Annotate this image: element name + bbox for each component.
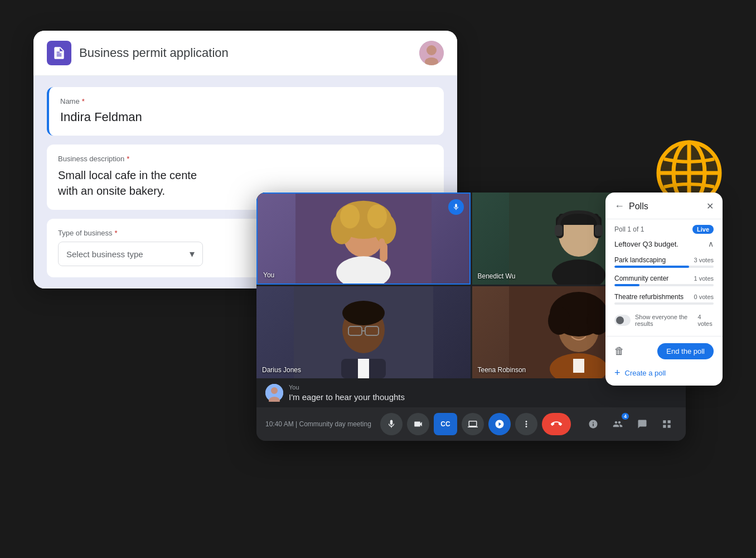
show-results-label: Show everyone the results <box>635 314 693 327</box>
poll-question: Leftover Q3 budget. ∧ <box>605 237 723 254</box>
poll-bar-track-3 <box>614 302 714 305</box>
form-avatar <box>419 41 444 65</box>
chat-avatar <box>265 384 283 402</box>
meeting-time-info: 10:40 AM | Community day meeting <box>265 420 371 428</box>
poll-bar-fill-2 <box>614 284 639 286</box>
name-field[interactable]: Name * Indira Feldman <box>47 87 444 136</box>
select-placeholder: Select business type <box>66 249 143 259</box>
show-results-votes: 4 votes <box>697 314 714 327</box>
polls-panel: ← Polls ✕ Poll 1 of 1 Live Leftover Q3 b… <box>605 193 723 386</box>
video-name-benedict: Benedict Wu <box>478 272 516 280</box>
activities-button[interactable] <box>488 413 511 435</box>
end-poll-button[interactable]: End the poll <box>657 343 714 359</box>
delete-poll-icon[interactable]: 🗑 <box>614 345 624 357</box>
svg-point-43 <box>271 387 278 394</box>
video-tile-you: You <box>256 193 471 285</box>
svg-rect-34 <box>358 359 369 378</box>
poll-option-votes-1: 3 votes <box>694 257 714 263</box>
svg-point-29 <box>342 301 385 325</box>
poll-option-votes-3: 0 votes <box>694 294 714 300</box>
poll-counter: Poll 1 of 1 <box>614 225 644 233</box>
poll-bar-track-2 <box>614 284 714 286</box>
svg-point-6 <box>427 45 437 55</box>
polls-divider <box>605 336 723 336</box>
svg-rect-24 <box>555 225 563 236</box>
toggle-knob <box>616 316 624 324</box>
mic-active-icon <box>448 199 464 215</box>
polls-back-icon[interactable]: ← <box>614 200 624 212</box>
right-controls: 4 <box>583 414 677 434</box>
poll-counter-row: Poll 1 of 1 Live <box>605 219 723 237</box>
more-options-button[interactable] <box>515 413 537 435</box>
poll-option-label-1: Park landscaping <box>614 256 666 264</box>
video-tile-darius: Darius Jones <box>256 286 471 378</box>
svg-point-14 <box>340 205 360 229</box>
form-header: Business permit application <box>33 31 457 76</box>
poll-option-votes-2: 1 votes <box>694 275 714 282</box>
svg-point-38 <box>548 307 570 335</box>
info-button[interactable] <box>583 414 603 434</box>
polls-close-icon[interactable]: ✕ <box>706 201 714 211</box>
show-results-toggle[interactable] <box>614 315 631 326</box>
svg-rect-25 <box>595 225 603 236</box>
create-poll-row[interactable]: + Create a poll <box>605 362 723 379</box>
poll-option-3: Theatre refurbishments 0 votes <box>605 291 723 307</box>
chat-button[interactable] <box>632 414 652 434</box>
polls-title: Polls <box>629 201 702 211</box>
chat-message: I'm eager to hear your thoughts <box>289 392 677 402</box>
live-badge: Live <box>692 225 714 234</box>
form-icon <box>47 41 71 65</box>
chevron-down-icon: ▾ <box>190 248 195 260</box>
business-type-select[interactable]: Select business type ▾ <box>58 242 203 266</box>
video-controls-bar: 10:40 AM | Community day meeting CC <box>256 407 686 441</box>
chat-content: You I'm eager to hear your thoughts <box>289 384 677 402</box>
poll-option-label-3: Theatre refurbishments <box>614 293 684 301</box>
show-results-row[interactable]: Show everyone the results 4 votes <box>605 309 723 331</box>
svg-rect-41 <box>573 359 584 373</box>
video-name-darius: Darius Jones <box>262 366 301 374</box>
business-description-label: Business description * <box>58 155 433 163</box>
present-button[interactable] <box>462 413 484 435</box>
end-call-button[interactable] <box>542 413 571 435</box>
poll-option-1: Park landscaping 3 votes <box>605 254 723 270</box>
polls-header: ← Polls ✕ <box>605 193 723 219</box>
create-poll-label: Create a poll <box>625 369 666 377</box>
required-indicator: * <box>82 97 85 105</box>
poll-bar-fill-1 <box>614 266 689 268</box>
camera-button[interactable] <box>407 413 429 435</box>
video-name-you: You <box>263 271 274 279</box>
required-indicator-3: * <box>115 229 118 237</box>
poll-option-label-2: Community center <box>614 275 668 282</box>
poll-option-2: Community center 1 votes <box>605 272 723 288</box>
poll-bar-track-1 <box>614 266 714 268</box>
people-count-badge: 4 <box>622 413 629 420</box>
cc-button[interactable]: CC <box>434 413 457 435</box>
required-indicator-2: * <box>127 155 129 163</box>
polls-actions: 🗑 End the poll <box>605 341 723 362</box>
video-name-teena: Teena Robinson <box>478 366 526 374</box>
name-value[interactable]: Indira Feldman <box>60 110 433 124</box>
form-title: Business permit application <box>79 46 419 60</box>
chevron-up-icon: ∧ <box>708 239 714 248</box>
people-button[interactable]: 4 <box>608 414 628 434</box>
name-label: Name * <box>60 97 433 105</box>
mic-button[interactable] <box>380 413 403 435</box>
plus-icon: + <box>614 367 621 379</box>
grid-button[interactable] <box>657 414 677 434</box>
svg-point-15 <box>367 205 387 229</box>
